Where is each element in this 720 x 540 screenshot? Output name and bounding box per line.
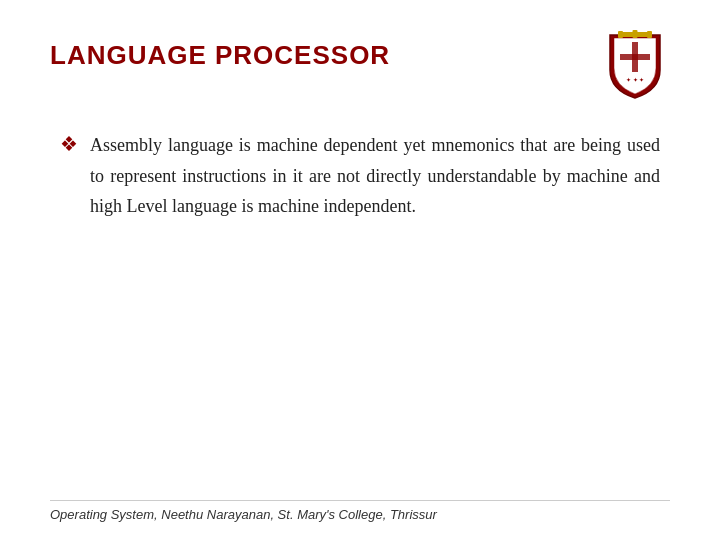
svg-rect-4 [633,30,638,38]
svg-rect-1 [620,54,650,60]
svg-rect-3 [618,31,623,38]
slide-footer: Operating System, Neethu Narayanan, St. … [50,500,670,522]
footer-text: Operating System, Neethu Narayanan, St. … [50,507,670,522]
slide-title: LANGUAGE PROCESSOR [50,30,390,71]
bullet-icon: ❖ [60,132,78,156]
slide-container: LANGUAGE PROCESSOR ✦ ✦ ✦ ❖ Assembly lang… [0,0,720,540]
bullet-item: ❖ Assembly language is machine dependent… [60,130,660,222]
header-area: LANGUAGE PROCESSOR ✦ ✦ ✦ [50,30,670,100]
svg-rect-5 [647,31,652,38]
college-crest-icon: ✦ ✦ ✦ [600,30,670,100]
bullet-text: Assembly language is machine dependent y… [90,130,660,222]
content-area: ❖ Assembly language is machine dependent… [50,130,670,222]
svg-text:✦ ✦ ✦: ✦ ✦ ✦ [626,77,644,83]
footer-divider [50,500,670,501]
